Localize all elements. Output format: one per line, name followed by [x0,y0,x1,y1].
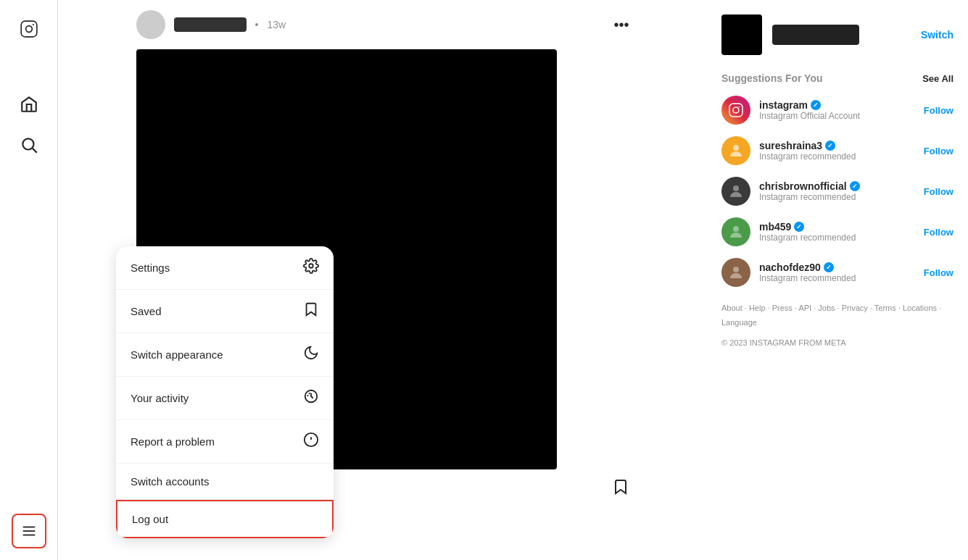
suggestion-username-mb459: mb459 [759,221,791,233]
footer-api[interactable]: API [798,304,811,312]
suggestion-sub-nachofdez: Instagram recommended [759,273,915,283]
sidebar-logo[interactable] [12,12,46,46]
menu-item-switch-appearance[interactable]: Switch appearance [116,333,334,377]
menu-item-switch-accounts[interactable]: Switch accounts [116,464,334,500]
suggestion-item-instagram: instagram ✓ Instagram Official Account F… [721,96,953,125]
suggestion-item-nachofdez: nachofdez90 ✓ Instagram recommended Foll… [721,258,953,287]
footer-about[interactable]: About [721,304,742,312]
verified-badge-nachofdez: ✓ [824,262,834,272]
follow-button-nachofdez[interactable]: Follow [924,267,953,278]
sidebar-search-icon[interactable] [12,128,46,162]
footer-links: About · Help · Press · API · Jobs · Priv… [721,301,953,350]
svg-point-1 [25,26,32,33]
svg-point-16 [733,107,739,113]
dropdown-menu: Settings Saved Switch appearance [116,246,334,538]
follow-button-mb459[interactable]: Follow [924,227,953,238]
sidebar [0,0,58,560]
suggestion-sub-sureshraina: Instagram recommended [759,151,915,162]
post-avatar [136,10,165,39]
main-area: • 13w ••• [58,0,707,560]
post-header: • 13w ••• [136,0,629,49]
svg-point-3 [22,138,33,149]
svg-point-10 [309,264,313,268]
footer-copyright: © 2023 INSTAGRAM FROM META [721,336,953,351]
settings-icon [303,258,319,277]
suggestion-avatar-sureshraina [721,136,750,165]
saved-icon [303,301,319,321]
svg-point-20 [733,226,739,232]
right-panel: Switch Suggestions For You See All insta… [707,0,968,560]
suggestion-avatar-nachofdez [721,258,750,287]
report-icon [303,432,319,451]
suggestion-username-nachofdez: nachofdez90 [759,262,821,273]
footer-press[interactable]: Press [772,304,793,312]
svg-rect-0 [21,21,37,37]
footer-help[interactable]: Help [749,304,766,312]
menu-item-report-problem[interactable]: Report a problem [116,420,334,464]
footer-language[interactable]: Language [721,318,757,327]
suggestions-title: Suggestions For You [721,72,823,84]
svg-point-2 [32,24,33,25]
user-name-placeholder [772,25,859,45]
sidebar-menu-icon[interactable] [12,514,46,548]
menu-item-saved[interactable]: Saved [116,290,334,333]
suggestion-avatar-mb459 [721,217,750,246]
svg-rect-15 [729,104,742,117]
activity-icon [303,388,319,408]
svg-point-18 [733,145,739,151]
footer-terms[interactable]: Terms [874,304,896,312]
suggestion-item-sureshraina: sureshraina3 ✓ Instagram recommended Fol… [721,136,953,165]
follow-button-chrisbrown[interactable]: Follow [924,186,953,197]
suggestion-avatar-instagram [721,96,750,125]
suggestions-header: Suggestions For You See All [721,72,953,84]
suggestion-avatar-chrisbrown [721,177,750,206]
suggestion-username-instagram: instagram [759,99,808,111]
menu-item-logout[interactable]: Log out [116,500,334,538]
suggestion-item-mb459: mb459 ✓ Instagram recommended Follow [721,217,953,246]
post-time: 13w [267,19,286,30]
verified-badge-sureshraina: ✓ [825,141,835,151]
suggestion-sub-instagram: Instagram Official Account [759,111,915,121]
moon-icon [303,345,319,364]
suggestion-item-chrisbrown: chrisbrownofficial ✓ Instagram recommend… [721,177,953,206]
follow-button-sureshraina[interactable]: Follow [924,146,953,156]
post-more-options[interactable]: ••• [613,17,629,33]
svg-point-21 [733,267,739,272]
suggestion-sub-mb459: Instagram recommended [759,233,915,243]
suggestion-sub-chrisbrown: Instagram recommended [759,192,915,202]
suggestion-username-sureshraina: sureshraina3 [759,140,822,151]
menu-item-settings[interactable]: Settings [116,246,334,290]
verified-badge-chrisbrown: ✓ [850,181,860,191]
sidebar-home-icon[interactable] [12,87,46,122]
save-icon[interactable] [612,478,629,500]
verified-badge-instagram: ✓ [811,100,821,110]
footer-jobs[interactable]: Jobs [818,304,835,312]
svg-line-4 [32,149,36,153]
footer-privacy[interactable]: Privacy [842,304,868,312]
switch-link[interactable]: Switch [921,29,953,41]
svg-point-19 [733,185,739,191]
suggestion-info-instagram: instagram ✓ Instagram Official Account [759,99,915,121]
follow-button-instagram[interactable]: Follow [924,105,953,116]
post-username [174,17,247,32]
user-header: Switch [721,14,953,55]
svg-point-17 [739,106,740,108]
verified-badge-mb459: ✓ [794,222,804,232]
user-avatar [721,14,762,55]
see-all-link[interactable]: See All [922,73,953,84]
suggestion-username-chrisbrown: chrisbrownofficial [759,180,847,192]
footer-locations[interactable]: Locations [903,304,937,312]
menu-item-your-activity[interactable]: Your activity [116,377,334,420]
